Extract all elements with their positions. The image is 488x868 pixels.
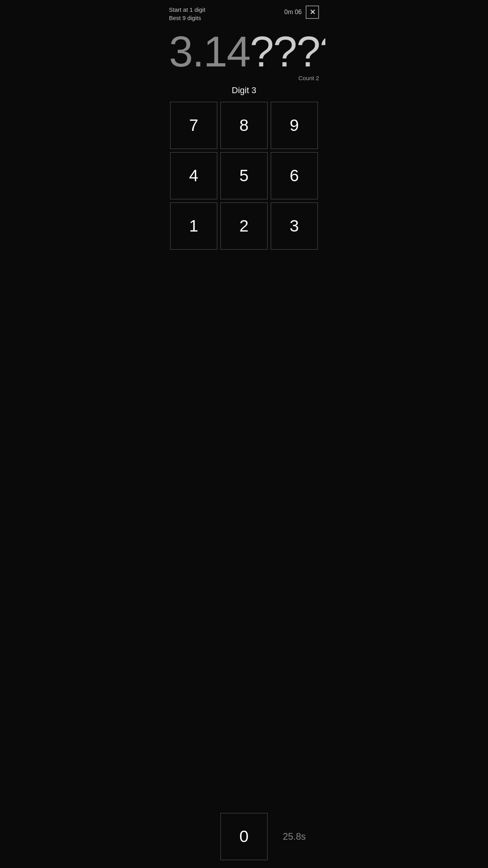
best-label: Best 9 digits <box>169 14 205 22</box>
elapsed-timer: 25.8s <box>271 813 318 860</box>
pi-unknown: ????? <box>250 30 325 73</box>
digit-label: Digit 3 <box>163 85 325 96</box>
header-right: 0m 06 ✕ <box>284 6 319 19</box>
keypad-row-2: 4 5 6 <box>170 152 318 199</box>
header-left: Start at 1 digit Best 9 digits <box>169 6 205 22</box>
key-2[interactable]: 2 <box>220 202 268 250</box>
key-3[interactable]: 3 <box>271 202 318 250</box>
keypad: 7 8 9 4 5 6 1 2 3 <box>163 102 325 813</box>
key-4[interactable]: 4 <box>170 152 217 199</box>
key-7[interactable]: 7 <box>170 102 217 149</box>
header: Start at 1 digit Best 9 digits 0m 06 ✕ <box>163 0 325 26</box>
bottom-row: 0 25.8s <box>163 813 325 860</box>
keypad-row-3: 1 2 3 <box>170 202 318 250</box>
key-9[interactable]: 9 <box>271 102 318 149</box>
key-5[interactable]: 5 <box>220 152 268 199</box>
close-button[interactable]: ✕ <box>306 6 319 19</box>
keypad-row-1: 7 8 9 <box>170 102 318 149</box>
pi-known: 3.14 <box>169 30 250 73</box>
start-label: Start at 1 digit <box>169 6 205 14</box>
key-0[interactable]: 0 <box>220 813 268 860</box>
key-6[interactable]: 6 <box>271 152 318 199</box>
key-8[interactable]: 8 <box>220 102 268 149</box>
timer-display-header: 0m 06 <box>284 9 302 16</box>
spacer <box>170 813 217 860</box>
count-label: Count 2 <box>163 75 325 81</box>
pi-display: 3.14 ????? <box>163 26 325 75</box>
key-1[interactable]: 1 <box>170 202 217 250</box>
